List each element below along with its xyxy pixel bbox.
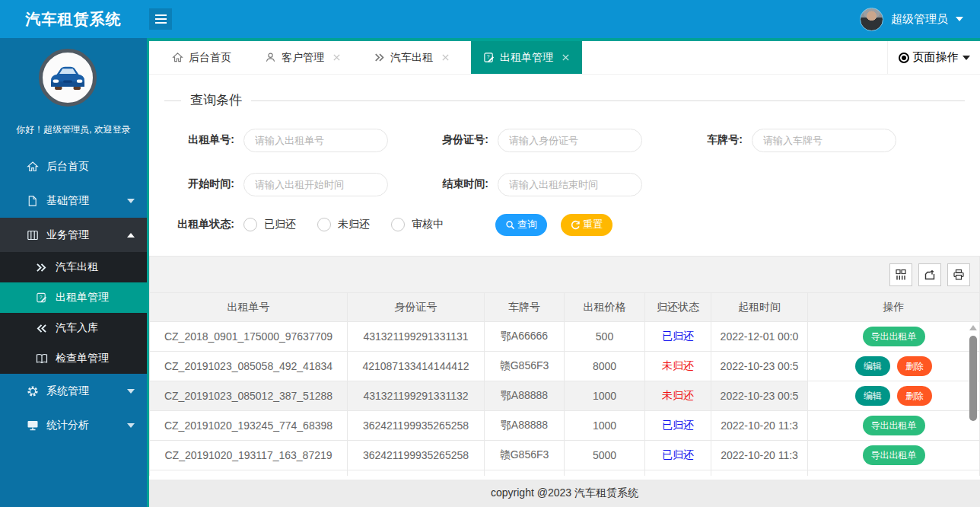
footer: copyright @2023 汽车租赁系统 (149, 480, 980, 507)
chevrons-right-icon (35, 261, 48, 274)
start-time-label: 开始时间: (164, 177, 234, 191)
sidebar-item-car-return[interactable]: 汽车入库 (0, 313, 147, 343)
export-order-button[interactable]: 导出出租单 (863, 445, 925, 465)
radio-not-returned[interactable]: 未归还 (317, 218, 370, 231)
radio-returned[interactable]: 已归还 (243, 218, 296, 231)
plate-label: 车牌号: (673, 133, 743, 147)
search-button[interactable]: 查询 (495, 214, 547, 236)
business-submenu: 汽车出租 ? 出租单管理 汽车入库 检查单管理 (0, 252, 147, 374)
id-card-label: 身份证号: (418, 133, 488, 147)
query-row-1: 出租单号: 身份证号: 车牌号: (149, 128, 980, 152)
print-button[interactable] (947, 263, 970, 286)
radio-icon[interactable] (391, 218, 405, 231)
chevrons-right-icon (374, 53, 385, 62)
columns-icon (895, 269, 907, 281)
car-icon (47, 62, 88, 94)
delete-button[interactable]: 删除 (897, 386, 932, 406)
edit-button[interactable]: 编辑 (855, 356, 890, 376)
sidebar-item-system-mgmt[interactable]: 系统管理 (0, 374, 147, 408)
sidebar-item-business-mgmt[interactable]: 业务管理 (0, 218, 147, 252)
end-time-label: 结束时间: (418, 177, 488, 191)
sidebar-item-rent-order-mgmt[interactable]: ? 出租单管理 (0, 282, 147, 313)
tab-rent-order-mgmt[interactable]: ? 出租单管理 (471, 41, 582, 74)
chevron-down-icon (127, 423, 135, 428)
tab-home[interactable]: 后台首页 (160, 41, 243, 74)
business-icon (26, 228, 39, 241)
status-badge[interactable]: 未归还 (645, 381, 711, 410)
sidebar-menu: 后台首页 基础管理 业务管理 汽车出租 ? (0, 149, 147, 442)
col-start-time: 起租时间 (711, 293, 808, 321)
query-row-3: 出租单状态: 已归还 未归还 审核中 查询 重置 (149, 213, 980, 236)
avatar[interactable] (860, 8, 883, 31)
table-row: CZ_20191023_085058_492_41834 42108713341… (149, 352, 980, 381)
close-icon[interactable] (332, 53, 341, 62)
edit-button[interactable]: 编辑 (855, 386, 890, 406)
rent-order-table: 出租单号 身份证号 车牌号 出租价格 归还状态 起租时间 操作 CZ_2018_… (149, 256, 980, 476)
plate-input[interactable] (752, 129, 896, 152)
sidebar-item-car-rent[interactable]: 汽车出租 (0, 252, 147, 282)
tab-customer-mgmt[interactable]: 客户管理 (253, 41, 353, 74)
status-badge[interactable]: 已归还 (645, 441, 711, 470)
main-content: 后台首页 客户管理 汽车出租 ? 出租单管理 (149, 38, 980, 507)
delete-button[interactable]: 删除 (897, 356, 932, 376)
radio-reviewing[interactable]: 审核中 (391, 218, 444, 231)
table-row: CZ_20191023_085012_387_51288 43132119929… (149, 381, 980, 411)
table-row-clipped (149, 470, 980, 476)
col-order-no: 出租单号 (150, 293, 348, 321)
form-edit-icon: ? (35, 292, 48, 305)
circle-dot-icon (899, 53, 909, 63)
columns-filter-button[interactable] (889, 263, 912, 286)
start-time-input[interactable] (243, 173, 388, 196)
chevron-down-icon (127, 199, 135, 203)
chevron-down-icon (963, 56, 970, 60)
close-icon[interactable] (441, 53, 450, 62)
chevrons-left-icon (35, 322, 48, 335)
query-legend-title: 查询条件 (181, 91, 251, 109)
chevron-up-icon (127, 233, 135, 238)
user-menu[interactable]: 超级管理员 (860, 0, 963, 38)
app-logo (39, 49, 97, 107)
export-order-button[interactable]: 导出出租单 (863, 416, 925, 435)
divider (164, 100, 965, 101)
tab-bar: 后台首页 客户管理 汽车出租 ? 出租单管理 (149, 41, 980, 75)
radio-icon[interactable] (243, 218, 257, 231)
svg-text:?: ? (40, 295, 43, 300)
refresh-icon (571, 220, 581, 230)
order-no-input[interactable] (243, 129, 388, 152)
reset-button[interactable]: 重置 (561, 214, 612, 236)
form-edit-icon: ? (483, 52, 495, 63)
svg-text:?: ? (487, 54, 490, 59)
query-row-2: 开始时间: 结束时间: (149, 172, 980, 196)
col-status: 归还状态 (645, 293, 711, 321)
status-label: 出租单状态: (164, 218, 234, 231)
status-badge[interactable]: 已归还 (645, 322, 711, 351)
user-name[interactable]: 超级管理员 (891, 12, 948, 27)
status-badge[interactable]: 已归还 (645, 411, 711, 440)
export-order-button[interactable]: 导出出租单 (863, 327, 925, 346)
monitor-icon (26, 419, 39, 432)
radio-icon[interactable] (317, 218, 331, 231)
tab-car-rent[interactable]: 汽车出租 (362, 41, 462, 74)
table-row: CZ_20191020_193117_163_87219 36242119993… (149, 441, 980, 470)
col-price: 出租价格 (565, 293, 645, 321)
end-time-input[interactable] (498, 173, 642, 196)
top-header: 汽车租赁系统 超级管理员 (0, 0, 980, 38)
scroll-up-icon[interactable] (969, 325, 977, 330)
page-actions-dropdown[interactable]: 页面操作 (887, 41, 980, 74)
close-icon[interactable] (562, 53, 570, 62)
copyright-text: copyright @2023 汽车租赁系统 (491, 486, 638, 500)
user-icon (265, 52, 276, 63)
welcome-text: 你好！超级管理员, 欢迎登录 (0, 123, 147, 136)
export-button[interactable] (918, 263, 941, 286)
sidebar-item-home[interactable]: 后台首页 (0, 149, 147, 183)
sidebar-item-basic-mgmt[interactable]: 基础管理 (0, 183, 147, 218)
sidebar-item-inspection-mgmt[interactable]: 检查单管理 (0, 343, 147, 374)
id-card-input[interactable] (498, 129, 642, 152)
home-icon (26, 160, 39, 173)
menu-toggle-button[interactable] (149, 8, 172, 30)
scrollbar-thumb[interactable] (969, 336, 977, 421)
status-badge[interactable]: 未归还 (645, 352, 711, 381)
table-header: 出租单号 身份证号 车牌号 出租价格 归还状态 起租时间 操作 (149, 292, 980, 322)
sidebar-item-statistics[interactable]: 统计分析 (0, 408, 147, 442)
table-scrollbar[interactable] (969, 325, 978, 477)
